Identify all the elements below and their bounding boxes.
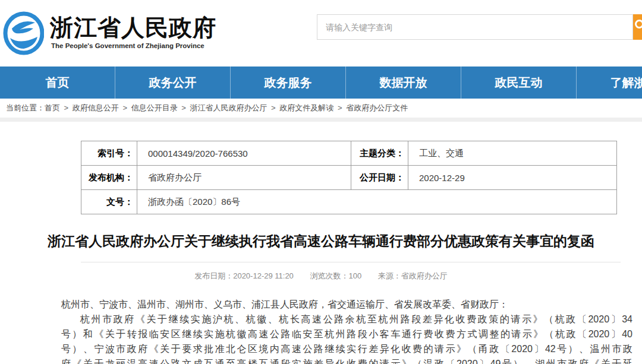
breadcrumb-separator: > (62, 103, 71, 112)
search-input[interactable] (317, 14, 633, 40)
search-button[interactable] (633, 14, 642, 40)
body-line: 府《关于龙丽温高速公路文成互通至高楼互通段实施差异化收费的请示》（温政〔2020… (61, 356, 632, 364)
breadcrumb-separator: > (269, 103, 278, 112)
breadcrumb-separator: > (180, 103, 188, 112)
breadcrumb-item[interactable]: 省政府办公厅文件 (346, 103, 408, 112)
section-divider (0, 118, 642, 122)
breadcrumb-separator: > (121, 103, 130, 112)
source: 来源：省政府办公厅 (378, 271, 448, 280)
nav-item-gov-open[interactable]: 政务公开 (115, 67, 231, 99)
nav-item-data-open[interactable]: 数据开放 (346, 67, 461, 99)
view-count: 浏览次数：100 (310, 271, 361, 280)
publish-date: 发布日期：2020-12-29 11:20 (194, 271, 294, 280)
main-nav: 首页政务公开政务服务数据开放政民互动了解浙江 (0, 67, 642, 99)
breadcrumb-item[interactable]: 信息公开目录 (131, 103, 178, 112)
nav-item-public-interaction[interactable]: 政民互动 (461, 67, 577, 99)
meta-value-agency: 省政府办公厅 (137, 166, 351, 190)
meta-label-docnum: 文号： (81, 190, 137, 214)
meta-label-agency: 发布机构： (81, 166, 137, 190)
breadcrumb-path: 首页 > 政府信息公开 > 信息公开目录 > 浙江省人民政府办公厅 > 政府文件… (45, 103, 408, 112)
meta-value-docnum: 浙政办函〔2020〕86号 (137, 190, 617, 214)
article-body: 杭州市、宁波市、温州市、湖州市、义乌市、浦江县人民政府，省交通运输厅、省发展改革… (61, 297, 632, 364)
body-line: 号）和《关于转报临安区继续实施杭徽高速公路临安至杭州路段小客车通行费收费方式调整… (61, 327, 632, 341)
meta-value-topic: 工业、交通 (408, 141, 617, 166)
zhejiang-gov-emblem-icon (2, 10, 44, 58)
breadcrumb: 当前位置：首页 > 政府信息公开 > 信息公开目录 > 浙江省人民政府办公厅 >… (0, 99, 642, 118)
body-line: 号）、宁波市政府《关于要求批准北仑区境内高速公路继续实行差异化收费的请示》（甬政… (61, 341, 632, 356)
meta-row: 发布机构： 省政府办公厅 公开日期： 2020-12-29 (81, 166, 617, 190)
breadcrumb-item[interactable]: 政府文件及解读 (279, 103, 333, 112)
search-icon (635, 20, 642, 29)
breadcrumb-separator: > (335, 103, 344, 112)
document-title: 浙江省人民政府办公厅关于继续执行我省高速公路车辆通行费部分优惠政策有关事宜的复函 (12, 233, 630, 249)
meta-row: 索引号： 000014349/2020-766530 主题分类： 工业、交通 (81, 141, 617, 166)
article-meta: 发布日期：2020-12-29 11:20 浏览次数：100 来源：省政府办公厅 (0, 271, 642, 281)
body-line: 杭州市政府《关于继续实施沪杭、杭徽、杭长高速公路余杭至杭州路段差异化收费政策的请… (61, 312, 632, 327)
meta-label-topic: 主题分类： (351, 141, 408, 166)
salutation-line: 杭州市、宁波市、温州市、湖州市、义乌市、浦江县人民政府，省交通运输厅、省发展改革… (61, 297, 632, 312)
meta-row: 文号： 浙政办函〔2020〕86号 (81, 190, 617, 214)
meta-value-date: 2020-12-29 (408, 166, 617, 190)
breadcrumb-item[interactable]: 浙江省人民政府办公厅 (190, 103, 267, 112)
title-divider (81, 262, 621, 262)
meta-label-date: 公开日期： (351, 166, 408, 190)
body-paragraph: 杭州市政府《关于继续实施沪杭、杭徽、杭长高速公路余杭至杭州路段差异化收费政策的请… (61, 312, 632, 364)
breadcrumb-item[interactable]: 政府信息公开 (73, 103, 119, 112)
breadcrumb-item[interactable]: 首页 (45, 103, 60, 112)
nav-item-gov-service[interactable]: 政务服务 (231, 67, 346, 99)
breadcrumb-prefix: 当前位置： (6, 103, 45, 112)
site-header: 浙江省人民政府 The People's Government of Zheji… (0, 0, 642, 67)
site-subtitle: The People's Government of Zhejiang Prov… (51, 42, 204, 49)
meta-value-index: 000014349/2020-766530 (137, 141, 351, 166)
document-meta-table: 索引号： 000014349/2020-766530 主题分类： 工业、交通 发… (81, 141, 617, 214)
page: 浙江省人民政府 The People's Government of Zheji… (0, 0, 642, 364)
nav-item-about-zhejiang[interactable]: 了解浙江 (577, 67, 642, 99)
meta-label-index: 索引号： (81, 141, 137, 166)
nav-item-home[interactable]: 首页 (0, 67, 115, 99)
site-title: 浙江省人民政府 (50, 12, 216, 44)
